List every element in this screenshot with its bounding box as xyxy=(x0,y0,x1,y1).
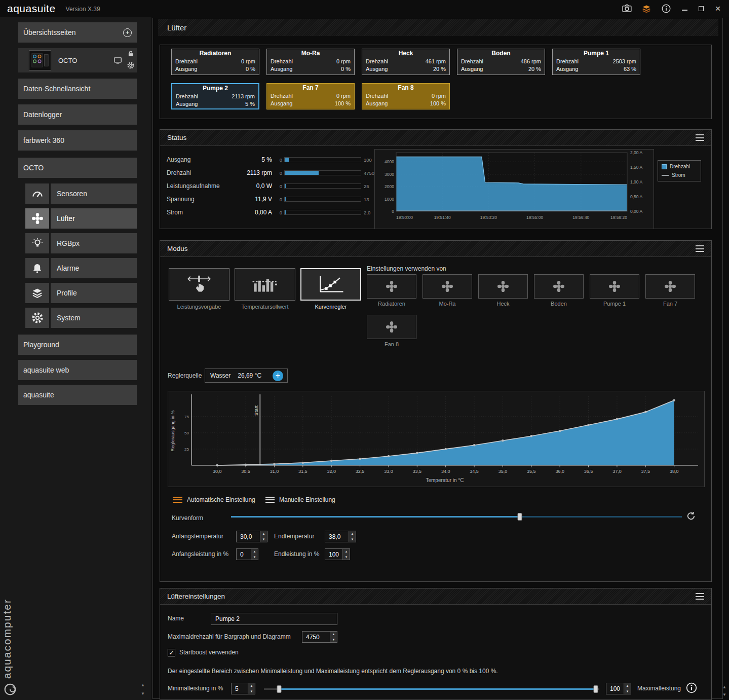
panel-menu-icon[interactable] xyxy=(696,593,704,600)
auto-einstellung-button[interactable]: Automatische Einstellung xyxy=(173,494,255,505)
panel-menu-icon[interactable] xyxy=(696,245,704,252)
sidebar-item-aquasuite-web[interactable]: aquasuite web xyxy=(18,360,137,380)
gear-icon[interactable] xyxy=(127,61,135,69)
mode-kurvenregler-button[interactable] xyxy=(300,268,361,301)
gear-icon[interactable] xyxy=(25,308,49,328)
screenshot-icon[interactable] xyxy=(621,3,632,14)
sidebar-item-playground[interactable]: Playground xyxy=(18,335,137,355)
output-label: Ausgang xyxy=(461,65,483,73)
sidebar-item-luefter[interactable]: Lüfter xyxy=(51,208,137,229)
minimize-button[interactable] xyxy=(680,5,688,13)
sidebar-item-daten-schnellansicht[interactable]: Daten-Schnellansicht xyxy=(18,79,137,99)
fan-tile-radiatoren[interactable]: Radiatoren Drehzahl0 rpm Ausgang0 % xyxy=(171,49,259,75)
use-from-boden-button[interactable] xyxy=(534,274,584,299)
sidebar-item-aquasuite[interactable]: aquasuite xyxy=(18,385,137,405)
range-handle-min[interactable] xyxy=(277,685,281,693)
spinner-arrows[interactable]: ▲▼ xyxy=(349,531,356,542)
range-handle-max[interactable] xyxy=(594,685,598,693)
octo-thumbnail[interactable] xyxy=(29,50,51,70)
fan-tile-fan-7[interactable]: Fan 7 Drehzahl0 rpm Ausgang100 % xyxy=(266,83,355,109)
monitor-icon[interactable] xyxy=(113,56,122,65)
sidebar-item-farbwerk-360[interactable]: farbwerk 360 xyxy=(18,130,137,151)
stat-min: 0 xyxy=(272,183,282,189)
curve-editor-chart[interactable]: 255075Start30,030,531,031,532,032,533,03… xyxy=(168,391,705,487)
minimalleistung-spinner[interactable]: 5 ▲▼ xyxy=(231,683,255,694)
add-source-button[interactable]: + xyxy=(273,371,283,381)
reset-curve-icon[interactable] xyxy=(686,511,696,521)
sidebar-item-rgbpx[interactable]: RGBpx xyxy=(51,233,137,253)
use-from-pumpe-1-button[interactable] xyxy=(590,274,639,299)
scroll-up-icon[interactable]: ▲ xyxy=(141,683,145,687)
fan-tile-name: Boden xyxy=(457,49,545,58)
kurvenform-slider[interactable] xyxy=(231,512,682,521)
kurvenform-handle[interactable] xyxy=(517,513,522,521)
main-scrollbar[interactable]: ▲ ▼ xyxy=(722,685,726,697)
sidebar-item-alarme[interactable]: Alarme xyxy=(51,258,137,278)
close-button[interactable]: × xyxy=(714,5,722,13)
endleistung-spinner[interactable]: 100 ▲▼ xyxy=(325,548,350,560)
endtemperatur-spinner[interactable]: 38,0 ▲▼ xyxy=(325,531,356,542)
add-page-button[interactable]: + xyxy=(123,28,132,37)
maximize-button[interactable] xyxy=(697,5,705,13)
use-from-fan-8-button[interactable] xyxy=(367,315,416,339)
manuelle-einstellung-button[interactable]: Manuelle Einstellung xyxy=(265,494,335,505)
fan-icon[interactable] xyxy=(25,208,49,229)
overview-device-octo[interactable]: OCTO xyxy=(18,48,137,72)
layers-icon[interactable] xyxy=(25,283,49,303)
panel-menu-icon[interactable] xyxy=(696,134,704,141)
sidebar-item-sensoren[interactable]: Sensoren xyxy=(51,183,137,204)
info-icon[interactable] xyxy=(661,3,672,14)
gauge-icon[interactable] xyxy=(25,183,49,204)
sidebar: Übersichtsseiten + OCTO Daten-Schnellans… xyxy=(0,17,151,700)
anfangsleistung-spinner[interactable]: 0 ▲▼ xyxy=(236,548,258,560)
scroll-up-icon[interactable]: ▲ xyxy=(722,685,726,689)
mode-temperatursollwert-button[interactable] xyxy=(235,268,295,301)
bell-icon[interactable] xyxy=(25,258,49,278)
svg-text:25: 25 xyxy=(184,447,189,452)
spinner-value: 100 xyxy=(606,683,624,694)
spinner-arrows[interactable]: ▲▼ xyxy=(251,549,258,560)
scroll-down-icon[interactable]: ▼ xyxy=(722,692,726,697)
sidebar-item-system[interactable]: System xyxy=(51,308,137,328)
use-from-fan-7-button[interactable] xyxy=(645,274,695,299)
mode-leistungsvorgabe-button[interactable] xyxy=(169,268,229,301)
use-from-heck-button[interactable] xyxy=(478,274,528,299)
fan-tile-pumpe-1[interactable]: Pumpe 1 Drehzahl2503 rpm Ausgang63 % xyxy=(552,49,640,75)
scroll-down-icon[interactable]: ▼ xyxy=(141,691,145,696)
sidebar-item-profile[interactable]: Profile xyxy=(51,283,137,303)
sidebar-section-uebersichtsseiten[interactable]: Übersichtsseiten + xyxy=(18,22,137,43)
startboost-checkbox[interactable]: ✓ xyxy=(168,649,175,656)
fan-tile-heck[interactable]: Heck Drehzahl461 rpm Ausgang20 % xyxy=(362,49,450,75)
spinner-value: 0 xyxy=(237,549,251,560)
fan-name-input[interactable] xyxy=(211,613,337,625)
use-from-mo-ra-button[interactable] xyxy=(423,274,472,299)
svg-text:Temperatur in °C: Temperatur in °C xyxy=(426,477,464,483)
svg-text:50: 50 xyxy=(184,431,189,435)
leistung-range-slider[interactable] xyxy=(264,685,599,693)
spinner-arrows[interactable]: ▲▼ xyxy=(330,632,337,642)
manual-label: Manuelle Einstellung xyxy=(279,496,335,503)
reglerquelle-selector[interactable]: Wasser 26,69 °C + xyxy=(205,369,288,383)
fan-tile-fan-8[interactable]: Fan 8 Drehzahl0 rpm Ausgang100 % xyxy=(362,83,450,109)
fan-tile-mo-ra[interactable]: Mo-Ra Drehzahl0 rpm Ausgang0 % xyxy=(266,49,355,75)
sidebar-item-datenlogger[interactable]: Datenlogger xyxy=(18,104,137,125)
spinner-arrows[interactable]: ▲▼ xyxy=(260,531,267,542)
sidebar-scrollbar[interactable]: ▲ ▼ xyxy=(141,683,145,696)
use-from-radiatoren-button[interactable] xyxy=(367,274,416,299)
lock-icon[interactable] xyxy=(127,50,134,57)
fan-tile-boden[interactable]: Boden Drehzahl486 rpm Ausgang20 % xyxy=(457,49,545,75)
spinner-arrows[interactable]: ▲▼ xyxy=(624,683,631,694)
spinner-arrows[interactable]: ▲▼ xyxy=(248,683,255,694)
spinner-up-icon: ▲ xyxy=(624,683,631,689)
maxrpm-spinner[interactable]: 4750 ▲▼ xyxy=(302,631,337,643)
output-label: Ausgang xyxy=(271,100,292,107)
aquasuite-logo-icon[interactable] xyxy=(641,3,652,14)
anfangstemperatur-spinner[interactable]: 30,0 ▲▼ xyxy=(236,531,267,542)
maximalleistung-spinner[interactable]: 100 ▲▼ xyxy=(606,683,631,694)
info-icon[interactable] xyxy=(685,682,698,694)
spinner-arrows[interactable]: ▲▼ xyxy=(342,549,350,560)
sidebar-item-octo[interactable]: OCTO xyxy=(18,158,137,178)
fan-tile-pumpe-2[interactable]: Pumpe 2 Drehzahl2113 rpm Ausgang5 % xyxy=(171,83,259,109)
bulb-icon[interactable] xyxy=(25,233,49,253)
device-name: OCTO xyxy=(58,57,77,64)
